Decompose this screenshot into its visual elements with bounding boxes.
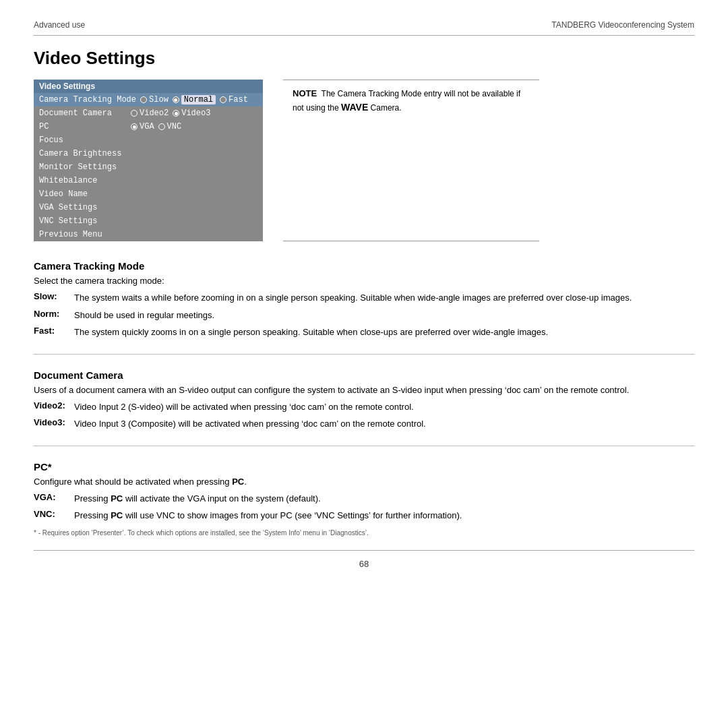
video3-option[interactable]: Video3 — [173, 109, 210, 118]
vga-radio[interactable] — [131, 123, 138, 130]
def-term-slow: Slow: — [34, 291, 74, 305]
fast-option[interactable]: Fast — [220, 95, 248, 104]
vnc-option[interactable]: VNC — [158, 122, 182, 131]
slow-label: Slow — [149, 95, 169, 104]
def-desc-video2: Video Input 2 (S-video) will be activate… — [74, 400, 694, 414]
def-desc-norm: Should be used in regular meetings. — [74, 309, 694, 322]
def-slow: Slow: The system waits a while before zo… — [34, 291, 694, 305]
section-document-camera: Document Camera Users of a document came… — [34, 369, 694, 431]
section-camera-tracking: Camera Tracking Mode Select the camera t… — [34, 260, 694, 339]
video2-radio[interactable] — [131, 110, 138, 117]
menu-title: Video Settings — [34, 80, 263, 93]
note-label: NOTE — [293, 88, 317, 98]
def-term-fast: Fast: — [34, 326, 74, 339]
section-heading-camera-tracking: Camera Tracking Mode — [34, 260, 694, 272]
section-intro-document-camera: Users of a document camera with an S-vid… — [34, 385, 694, 395]
pc-footnote: * - Requires option ‘Presenter’. To chec… — [34, 529, 694, 537]
pc-definitions: VGA: Pressing PC will activate the VGA i… — [34, 492, 694, 522]
normal-option[interactable]: Normal — [173, 95, 216, 104]
camera-tracking-label: Camera Tracking Mode — [39, 95, 136, 104]
menu-item-previous-menu[interactable]: Previous Menu — [34, 228, 263, 241]
normal-radio[interactable] — [173, 96, 179, 103]
menu-item-camera-tracking[interactable]: Camera Tracking Mode Slow Normal Fast — [34, 93, 263, 107]
def-norm: Norm: Should be used in regular meetings… — [34, 309, 694, 322]
vga-label: VGA — [140, 122, 154, 131]
section-heading-pc: PC* — [34, 461, 694, 473]
video3-radio[interactable] — [173, 110, 179, 117]
slow-option[interactable]: Slow — [140, 95, 169, 104]
menu-item-monitor-settings[interactable]: Monitor Settings — [34, 160, 263, 174]
pc-options: VGA VNC — [131, 122, 181, 131]
def-fast: Fast: The system quickly zooms in on a s… — [34, 326, 694, 339]
video2-option[interactable]: Video2 — [131, 109, 169, 118]
menu-item-camera-brightness[interactable]: Camera Brightness — [34, 147, 263, 160]
section-intro-camera-tracking: Select the camera tracking mode: — [34, 276, 694, 286]
page-number: 68 — [34, 550, 694, 569]
section-intro-pc: Configure what should be activated when … — [34, 477, 694, 487]
def-desc-fast: The system quickly zooms in on a single … — [74, 326, 694, 339]
vnc-label: VNC — [167, 122, 182, 131]
menu-item-video-name[interactable]: Video Name — [34, 187, 263, 201]
def-term-vnc: VNC: — [34, 509, 74, 522]
divider-pc — [34, 446, 694, 446]
fast-label: Fast — [229, 95, 248, 104]
vga-option[interactable]: VGA — [131, 122, 154, 131]
video-settings-menu: Video Settings Camera Tracking Mode Slow… — [34, 80, 263, 241]
def-term-vga: VGA: — [34, 492, 74, 506]
menu-item-pc[interactable]: PC VGA VNC — [34, 120, 263, 133]
def-vnc: VNC: Pressing PC will use VNC to show im… — [34, 509, 694, 522]
wave-text: Wave — [341, 102, 368, 113]
slow-radio[interactable] — [140, 96, 147, 103]
def-desc-vga: Pressing PC will activate the VGA input … — [74, 492, 694, 506]
divider-document-camera — [34, 354, 694, 355]
document-camera-definitions: Video2: Video Input 2 (S-video) will be … — [34, 400, 694, 431]
fast-radio[interactable] — [220, 96, 226, 103]
vnc-radio[interactable] — [158, 123, 165, 130]
def-term-video2: Video2: — [34, 400, 74, 414]
def-desc-video3: Video Input 3 (Composite) will be activa… — [74, 417, 694, 431]
header-right: TANDBERG Videoconferencing System — [551, 20, 694, 30]
def-video2: Video2: Video Input 2 (S-video) will be … — [34, 400, 694, 414]
pc-label: PC — [39, 122, 127, 131]
main-content-area: Video Settings Camera Tracking Mode Slow… — [34, 80, 694, 241]
def-video3: Video3: Video Input 3 (Composite) will b… — [34, 417, 694, 431]
camera-tracking-options: Slow Normal Fast — [140, 95, 248, 104]
def-desc-slow: The system waits a while before zooming … — [74, 291, 694, 305]
section-heading-document-camera: Document Camera — [34, 369, 694, 381]
menu-item-vnc-settings[interactable]: VNC Settings — [34, 214, 263, 228]
camera-tracking-definitions: Slow: The system waits a while before zo… — [34, 291, 694, 339]
note-box: NOTE The Camera Tracking Mode entry will… — [283, 80, 539, 241]
note-text: The Camera Tracking Mode entry will not … — [293, 89, 520, 113]
section-pc: PC* Configure what should be activated w… — [34, 461, 694, 537]
video3-label: Video3 — [181, 109, 210, 118]
menu-item-whitebalance[interactable]: Whitebalance — [34, 174, 263, 187]
document-camera-label: Document Camera — [39, 109, 127, 118]
def-term-norm: Norm: — [34, 309, 74, 322]
page-title: Video Settings — [34, 48, 694, 69]
menu-item-focus[interactable]: Focus — [34, 133, 263, 147]
menu-item-document-camera[interactable]: Document Camera Video2 Video3 — [34, 107, 263, 120]
header-left: Advanced use — [34, 20, 85, 30]
def-term-video3: Video3: — [34, 417, 74, 431]
menu-item-vga-settings[interactable]: VGA Settings — [34, 201, 263, 214]
def-desc-vnc: Pressing PC will use VNC to show images … — [74, 509, 694, 522]
document-camera-options: Video2 Video3 — [131, 109, 210, 118]
top-header: Advanced use TANDBERG Videoconferencing … — [34, 20, 694, 36]
video2-label: Video2 — [140, 109, 169, 118]
normal-label: Normal — [181, 95, 216, 104]
def-vga: VGA: Pressing PC will activate the VGA i… — [34, 492, 694, 506]
